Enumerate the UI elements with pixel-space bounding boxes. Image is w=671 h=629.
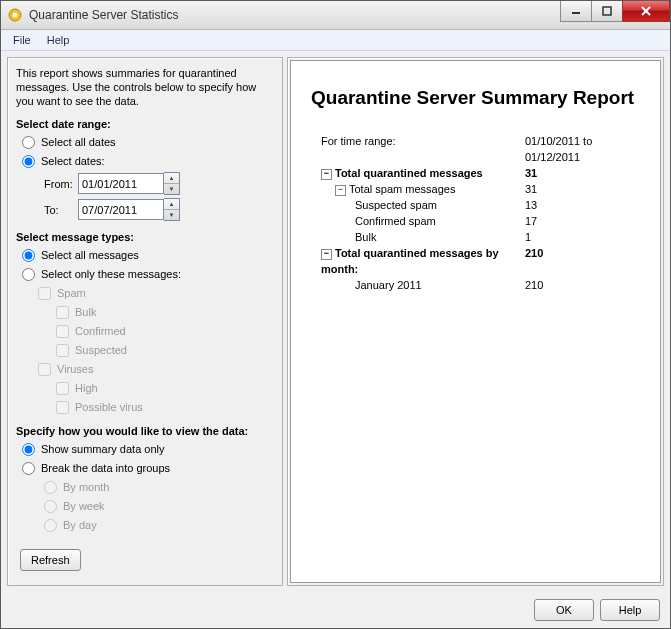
chk-possible (56, 401, 69, 414)
label-groups: Break the data into groups (41, 460, 170, 476)
radio-by-week (44, 500, 57, 513)
chk-viruses-row: Viruses (38, 361, 274, 377)
opt-summary[interactable]: Show summary data only (22, 441, 274, 457)
chk-confirmed (56, 325, 69, 338)
spam-value: 31 (525, 181, 640, 197)
app-window: Quarantine Server Statistics File Help T… (0, 0, 671, 629)
label-by-month: By month (63, 479, 109, 495)
month1-value: 210 (525, 277, 640, 293)
titlebar[interactable]: Quarantine Server Statistics (1, 1, 670, 30)
label-select-dates: Select dates: (41, 153, 105, 169)
controls-panel: This report shows summaries for quaranti… (7, 57, 283, 586)
spinner-up-icon[interactable]: ▲ (164, 173, 179, 184)
to-label: To: (44, 204, 78, 216)
refresh-wrap: Refresh (20, 549, 274, 571)
label-possible: Possible virus (75, 399, 143, 415)
label-only-messages: Select only these messages: (41, 266, 181, 282)
report-table: For time range: 01/10/2011 to 01/12/2011… (311, 133, 640, 293)
bulk-value: 1 (525, 229, 640, 245)
radio-by-month (44, 481, 57, 494)
from-label: From: (44, 178, 78, 190)
from-date-input[interactable] (78, 173, 164, 194)
opt-groups[interactable]: Break the data into groups (22, 460, 274, 476)
menubar: File Help (1, 30, 670, 51)
bymonth-row: −Total quarantined messages by month: (311, 245, 525, 277)
opt-only-messages[interactable]: Select only these messages: (22, 266, 274, 282)
suspected-label: Suspected spam (311, 197, 525, 213)
total-label: Total quarantined messages (335, 167, 483, 179)
label-spam: Spam (57, 285, 86, 301)
bulk-label: Bulk (311, 229, 525, 245)
radio-all-messages[interactable] (22, 249, 35, 262)
radio-by-day (44, 519, 57, 532)
radio-select-dates[interactable] (22, 155, 35, 168)
radio-only-messages[interactable] (22, 268, 35, 281)
from-date-spinner[interactable]: ▲▼ (164, 172, 180, 195)
chk-confirmed-row: Confirmed (56, 323, 274, 339)
time-range-value: 01/10/2011 to 01/12/2011 (525, 133, 640, 165)
opt-by-month: By month (44, 479, 274, 495)
bymonth-label: Total quarantined messages by month: (321, 247, 499, 275)
spam-label: Total spam messages (349, 183, 455, 195)
msg-types-heading: Select message types: (16, 231, 274, 243)
label-all-messages: Select all messages (41, 247, 139, 263)
minimize-button[interactable] (560, 1, 592, 22)
suspected-value: 13 (525, 197, 640, 213)
spinner-up-icon[interactable]: ▲ (164, 199, 179, 210)
app-icon (7, 7, 23, 23)
opt-select-all-dates[interactable]: Select all dates (22, 134, 274, 150)
radio-groups[interactable] (22, 462, 35, 475)
to-date-row: To: ▲▼ (44, 198, 274, 221)
spam-row: −Total spam messages (311, 181, 525, 197)
label-by-day: By day (63, 517, 97, 533)
window-title: Quarantine Server Statistics (29, 8, 561, 22)
menu-file[interactable]: File (5, 32, 39, 48)
label-all-dates: Select all dates (41, 134, 116, 150)
chk-viruses (38, 363, 51, 376)
collapse-icon[interactable]: − (335, 185, 346, 196)
spinner-down-icon[interactable]: ▼ (164, 210, 179, 220)
label-by-week: By week (63, 498, 105, 514)
opt-all-messages[interactable]: Select all messages (22, 247, 274, 263)
ok-button[interactable]: OK (534, 599, 594, 621)
refresh-button[interactable]: Refresh (20, 549, 81, 571)
bymonth-value: 210 (525, 245, 640, 277)
view-heading: Specify how you would like to view the d… (16, 425, 274, 437)
radio-all-dates[interactable] (22, 136, 35, 149)
chk-high (56, 382, 69, 395)
intro-text: This report shows summaries for quaranti… (16, 66, 274, 108)
opt-select-dates[interactable]: Select dates: (22, 153, 274, 169)
label-viruses: Viruses (57, 361, 93, 377)
report-viewport[interactable]: Quarantine Server Summary Report For tim… (290, 60, 661, 583)
chk-spam-row: Spam (38, 285, 274, 301)
spinner-down-icon[interactable]: ▼ (164, 184, 179, 194)
chk-suspected-row: Suspected (56, 342, 274, 358)
chk-bulk (56, 306, 69, 319)
collapse-icon[interactable]: − (321, 249, 332, 260)
menu-help[interactable]: Help (39, 32, 78, 48)
from-date-row: From: ▲▼ (44, 172, 274, 195)
radio-summary[interactable] (22, 443, 35, 456)
help-button[interactable]: Help (600, 599, 660, 621)
chk-possible-row: Possible virus (56, 399, 274, 415)
report-title: Quarantine Server Summary Report (311, 87, 640, 109)
chk-spam (38, 287, 51, 300)
time-range-label: For time range: (311, 133, 525, 165)
total-value: 31 (525, 165, 640, 181)
opt-by-week: By week (44, 498, 274, 514)
label-bulk: Bulk (75, 304, 96, 320)
dialog-footer: OK Help (1, 592, 670, 628)
label-high: High (75, 380, 98, 396)
window-controls (561, 1, 670, 29)
label-summary: Show summary data only (41, 441, 165, 457)
opt-by-day: By day (44, 517, 274, 533)
to-date-input[interactable] (78, 199, 164, 220)
total-row: −Total quarantined messages (311, 165, 525, 181)
chk-bulk-row: Bulk (56, 304, 274, 320)
collapse-icon[interactable]: − (321, 169, 332, 180)
report-panel: Quarantine Server Summary Report For tim… (287, 57, 664, 586)
to-date-spinner[interactable]: ▲▼ (164, 198, 180, 221)
close-button[interactable] (622, 1, 670, 22)
maximize-button[interactable] (591, 1, 623, 22)
label-suspected: Suspected (75, 342, 127, 358)
